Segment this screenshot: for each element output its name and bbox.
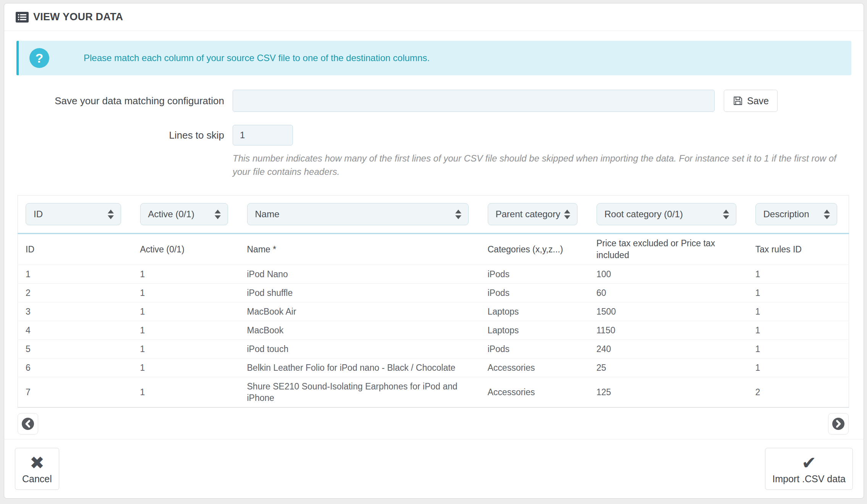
config-name-label: Save your data matching configuration xyxy=(16,95,233,107)
table-row: 7 1 Shure SE210 Sound-Isolating Earphone… xyxy=(18,377,849,408)
header-id: ID xyxy=(18,234,133,265)
column-select-5[interactable]: Root category (0/1) xyxy=(597,203,736,225)
config-name-input[interactable] xyxy=(233,90,715,112)
lines-to-skip-input[interactable] xyxy=(233,125,293,145)
column-select-6[interactable]: Description xyxy=(755,203,838,225)
save-button[interactable]: Save xyxy=(724,90,778,112)
list-icon xyxy=(16,12,29,23)
table-row: 3 1 MacBook Air Laptops 1500 1 xyxy=(18,302,849,321)
chevron-right-icon xyxy=(832,417,845,430)
caret-updown-icon xyxy=(215,210,221,219)
cell-category: iPods xyxy=(480,284,589,302)
table-row: 1 1 iPod Nano iPods 100 1 xyxy=(18,265,849,284)
column-select-3-value: Name xyxy=(255,209,280,220)
cell-category: iPods xyxy=(480,265,589,284)
info-alert: ? Please match each column of your sourc… xyxy=(16,41,851,75)
cell-tax-rules: 1 xyxy=(748,321,849,340)
cell-name: iPod Nano xyxy=(239,265,480,284)
column-select-5-value: Root category (0/1) xyxy=(605,209,683,220)
page-title: VIEW YOUR DATA xyxy=(33,11,123,23)
next-page-button[interactable] xyxy=(828,413,849,435)
cell-name: MacBook xyxy=(239,321,480,340)
cell-category: Accessories xyxy=(480,359,589,377)
table-row: 5 1 iPod touch iPods 240 1 xyxy=(18,340,849,359)
caret-updown-icon xyxy=(108,210,114,219)
column-select-4[interactable]: Parent category xyxy=(488,203,577,225)
column-select-3[interactable]: Name xyxy=(247,203,469,225)
cell-name: Belkin Leather Folio for iPod nano - Bla… xyxy=(239,359,480,377)
prev-page-button[interactable] xyxy=(18,413,38,435)
cell-category: iPods xyxy=(480,340,589,359)
cell-id: 5 xyxy=(18,340,133,359)
header-categories: Categories (x,y,z...) xyxy=(480,234,589,265)
save-config-row: Save your data matching configuration Sa… xyxy=(16,90,851,112)
cell-id: 3 xyxy=(18,302,133,321)
cell-tax-rules: 1 xyxy=(748,265,849,284)
cell-tax-rules: 1 xyxy=(748,302,849,321)
header-name: Name * xyxy=(239,234,480,265)
x-icon: ✖ xyxy=(30,454,45,472)
header-price: Price tax excluded or Price tax included xyxy=(589,234,748,265)
csv-preview-table: ID Active (0/1) Name Parent category Roo… xyxy=(18,195,849,408)
cell-active: 1 xyxy=(133,359,239,377)
alert-text: Please match each column of your source … xyxy=(84,53,430,63)
column-select-1-value: ID xyxy=(34,209,43,220)
table-row: 2 1 iPod shuffle iPods 60 1 xyxy=(18,284,849,302)
caret-updown-icon xyxy=(723,210,729,219)
question-icon: ? xyxy=(29,48,49,68)
column-mapping-row: ID Active (0/1) Name Parent category Roo… xyxy=(18,195,849,234)
cell-id: 7 xyxy=(18,377,133,408)
cell-active: 1 xyxy=(133,340,239,359)
cell-price: 100 xyxy=(589,265,748,284)
lines-to-skip-help: This number indicates how many of the fi… xyxy=(233,152,851,178)
column-select-4-value: Parent category xyxy=(496,209,560,220)
caret-updown-icon xyxy=(824,210,830,219)
column-select-2-value: Active (0/1) xyxy=(148,209,194,220)
header-tax-rules: Tax rules ID xyxy=(748,234,849,265)
cell-tax-rules: 1 xyxy=(748,284,849,302)
cell-price: 240 xyxy=(589,340,748,359)
cell-tax-rules: 1 xyxy=(748,359,849,377)
panel-footer: ✖ Cancel ✔ Import .CSV data xyxy=(4,439,864,498)
cell-name: Shure SE210 Sound-Isolating Earphones fo… xyxy=(239,377,480,408)
cancel-button[interactable]: ✖ Cancel xyxy=(15,448,59,490)
table-header-row: ID Active (0/1) Name * Categories (x,y,z… xyxy=(18,234,849,265)
cell-id: 1 xyxy=(18,265,133,284)
check-icon: ✔ xyxy=(802,454,817,472)
cell-id: 2 xyxy=(18,284,133,302)
cell-name: MacBook Air xyxy=(239,302,480,321)
cell-tax-rules: 1 xyxy=(748,340,849,359)
cell-active: 1 xyxy=(133,284,239,302)
cell-name: iPod shuffle xyxy=(239,284,480,302)
chevron-left-icon xyxy=(21,417,34,430)
column-select-6-value: Description xyxy=(763,209,809,220)
cell-tax-rules: 2 xyxy=(748,377,849,408)
import-csv-button[interactable]: ✔ Import .CSV data xyxy=(765,448,853,490)
cell-price: 1500 xyxy=(589,302,748,321)
cell-price: 125 xyxy=(589,377,748,408)
lines-to-skip-row: Lines to skip This number indicates how … xyxy=(16,125,851,178)
lines-to-skip-label: Lines to skip xyxy=(16,125,233,141)
cell-category: Laptops xyxy=(480,321,589,340)
cell-category: Accessories xyxy=(480,377,589,408)
column-select-2[interactable]: Active (0/1) xyxy=(140,203,228,225)
column-select-1[interactable]: ID xyxy=(26,203,121,225)
table-row: 6 1 Belkin Leather Folio for iPod nano -… xyxy=(18,359,849,377)
cell-price: 1150 xyxy=(589,321,748,340)
table-row: 4 1 MacBook Laptops 1150 1 xyxy=(18,321,849,340)
cell-id: 4 xyxy=(18,321,133,340)
header-active: Active (0/1) xyxy=(133,234,239,265)
cell-price: 60 xyxy=(589,284,748,302)
cell-active: 1 xyxy=(133,265,239,284)
cell-active: 1 xyxy=(133,377,239,408)
import-csv-button-label: Import .CSV data xyxy=(772,473,846,485)
caret-updown-icon xyxy=(455,210,461,219)
caret-updown-icon xyxy=(564,210,570,219)
cell-price: 25 xyxy=(589,359,748,377)
cell-active: 1 xyxy=(133,302,239,321)
cell-category: Laptops xyxy=(480,302,589,321)
cell-name: iPod touch xyxy=(239,340,480,359)
floppy-icon xyxy=(733,95,743,106)
cell-id: 6 xyxy=(18,359,133,377)
table-pager xyxy=(18,413,849,435)
